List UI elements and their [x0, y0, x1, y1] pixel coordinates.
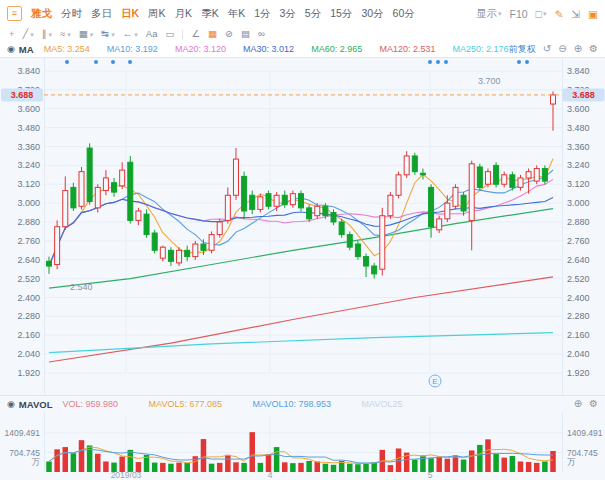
- adjustment-mode-button[interactable]: 前复权: [509, 43, 536, 56]
- candle-body: [63, 191, 68, 227]
- svg-text:1409.491: 1409.491: [567, 428, 603, 438]
- tab-1min[interactable]: 1分: [254, 7, 270, 21]
- volume-bar: [477, 445, 483, 472]
- wave-tool-icon: ≈: [60, 29, 65, 39]
- volume-bar: [510, 456, 516, 472]
- indicator-ma20[interactable]: MA20: 3.120: [175, 44, 226, 54]
- move-tool[interactable]: +: [9, 29, 15, 39]
- settings-icon[interactable]: ⚙: [589, 44, 598, 54]
- compare-tool[interactable]: ∞: [258, 29, 265, 39]
- svg-text:4: 4: [268, 470, 273, 480]
- svg-text:3.840: 3.840: [17, 66, 40, 76]
- stock-name-tab[interactable]: 雅戈: [31, 7, 52, 21]
- channel-tool[interactable]: ∥▾: [42, 29, 52, 39]
- svg-text:3.688: 3.688: [11, 90, 34, 100]
- svg-text:3.688: 3.688: [572, 90, 595, 100]
- erase-tool[interactable]: ⊘: [225, 29, 233, 39]
- indicator-toggle-icon[interactable]: ◉: [7, 44, 15, 54]
- measure-tool[interactable]: ∠: [191, 29, 200, 39]
- list-tool[interactable]: ▤: [241, 29, 250, 39]
- candle-body: [152, 233, 157, 250]
- indicator-ma30[interactable]: MA30: 3.012: [243, 44, 294, 54]
- chevron-down-icon: ▾: [498, 10, 502, 18]
- volume-bar: [453, 455, 459, 472]
- candlestick-chart[interactable]: 3.8403.8403.7203.7203.6003.6003.4803.480…: [0, 57, 605, 480]
- fib-tool[interactable]: ↹▾: [101, 29, 114, 39]
- indicator-mavol10[interactable]: MAVOL10: 798.953: [253, 399, 331, 409]
- tab-quarterly-k[interactable]: 季K: [201, 7, 219, 21]
- golden-section-tool[interactable]: ▦: [208, 29, 217, 39]
- volume-bar: [436, 457, 442, 472]
- volume-bar: [485, 439, 491, 472]
- tab-5min[interactable]: 5分: [305, 7, 321, 21]
- tab-yearly-k[interactable]: 年K: [228, 7, 246, 21]
- tab-multiday[interactable]: 多日: [91, 7, 112, 21]
- candle-body: [177, 250, 182, 263]
- zoom-in-icon[interactable]: ⊕: [574, 44, 582, 54]
- layout-dropdown[interactable]: □▾: [536, 8, 547, 20]
- chart-background: [0, 57, 605, 480]
- svg-text:2.760: 2.760: [567, 236, 590, 246]
- zoom-in-icon[interactable]: ⊕: [574, 399, 582, 409]
- shape-tool[interactable]: ▦▾: [79, 29, 94, 39]
- tab-intraday[interactable]: 分时: [61, 7, 82, 21]
- volume-bar: [63, 447, 69, 472]
- volume-bar: [217, 463, 223, 472]
- tab-60min[interactable]: 60分: [393, 7, 415, 21]
- volume-bar: [445, 459, 451, 472]
- candle-body: [290, 194, 295, 205]
- indicator-mavol25[interactable]: MAVOL25: [362, 399, 403, 409]
- tab-monthly-k[interactable]: 月K: [175, 7, 193, 21]
- indicator-bar-right: 前复权 ↺ ⊖ ⊕ ⚙: [509, 43, 598, 56]
- panel-toggle-button[interactable]: ▣: [588, 8, 598, 20]
- zoom-out-icon[interactable]: ⊖: [558, 44, 566, 54]
- indicator-ma60[interactable]: MA60: 2.965: [311, 44, 362, 54]
- arrow-tool[interactable]: ←▾: [123, 29, 138, 39]
- tab-weekly-k[interactable]: 周K: [148, 7, 166, 21]
- indicator-mavol5[interactable]: MAVOL5: 677.085: [149, 399, 222, 409]
- indicator-ma250[interactable]: MA250: 2.176: [453, 44, 509, 54]
- candle-body: [112, 183, 117, 192]
- comment-tool[interactable]: ▭: [165, 29, 174, 39]
- restore-icon[interactable]: ↺: [543, 44, 551, 54]
- candle-body: [168, 250, 173, 261]
- svg-text:3.240: 3.240: [17, 160, 40, 170]
- draw-pencil-button[interactable]: ✎: [554, 8, 563, 20]
- text-tool[interactable]: Aa: [146, 29, 158, 39]
- candle-body: [453, 187, 458, 206]
- fullscreen-button[interactable]: ⇲: [571, 8, 580, 20]
- indicator-vol[interactable]: VOL: 959.980: [62, 399, 118, 409]
- tab-30min[interactable]: 30分: [361, 7, 383, 21]
- volume-bar: [306, 461, 312, 472]
- candle-body: [282, 195, 287, 204]
- tab-15min[interactable]: 15分: [330, 7, 352, 21]
- volume-bar: [54, 449, 60, 472]
- svg-text:2.280: 2.280: [567, 311, 590, 321]
- indicator-ma10[interactable]: MA10: 3.192: [107, 44, 158, 54]
- shape-tool-icon: ▦: [79, 29, 88, 39]
- tab-daily-k[interactable]: 日K: [121, 7, 139, 21]
- candle-body: [315, 206, 320, 215]
- indicator-ma5[interactable]: MA5: 3.254: [44, 44, 90, 54]
- volume-bar: [412, 460, 418, 472]
- stock-list-icon[interactable]: ≡: [7, 6, 22, 21]
- f10-button[interactable]: F10: [510, 8, 528, 20]
- drawing-toolbar: +╱▾∥▾≈▾▦▾↹▾←▾Aa▭∠▦⊘▤∞: [0, 27, 605, 41]
- indicator-name[interactable]: MA: [19, 44, 34, 55]
- display-dropdown[interactable]: 显示▾: [476, 7, 502, 21]
- trendline-tool[interactable]: ╱▾: [23, 29, 34, 39]
- candle-body: [404, 156, 409, 175]
- wave-tool[interactable]: ≈▾: [60, 29, 71, 39]
- settings-icon[interactable]: ⚙: [589, 399, 598, 409]
- indicator-ma120[interactable]: MA120: 2.531: [379, 44, 435, 54]
- tab-3min[interactable]: 3分: [280, 7, 296, 21]
- svg-text:2.040: 2.040: [17, 349, 40, 359]
- candle-body: [542, 169, 547, 182]
- svg-text:3.360: 3.360: [567, 142, 590, 152]
- volume-indicator-name[interactable]: MAVOL: [19, 399, 53, 410]
- candle-body: [437, 219, 442, 230]
- volume-bar: [347, 464, 353, 472]
- volume-bar: [103, 461, 109, 472]
- volume-toggle-icon[interactable]: ◉: [7, 399, 15, 409]
- candle-body: [323, 206, 328, 215]
